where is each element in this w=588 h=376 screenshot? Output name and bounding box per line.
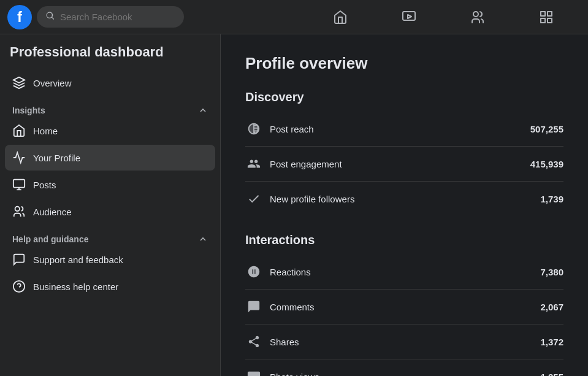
svg-marker-1 [408, 15, 411, 18]
new-followers-value: 1,739 [514, 194, 563, 204]
business-help-label: Business help center [33, 282, 118, 292]
chevron-up-icon [198, 106, 208, 115]
svg-point-11 [15, 207, 20, 211]
reactions-value: 7,380 [514, 267, 563, 277]
interactions-section: Interactions Reactions 7,380 Comments 2 [245, 233, 563, 376]
facebook-logo[interactable]: f [7, 5, 32, 29]
comments-label: Comments [270, 302, 507, 312]
svg-rect-3 [541, 12, 545, 16]
overview-icon [12, 76, 26, 90]
home-icon [12, 124, 26, 137]
post-reach-value: 507,255 [514, 124, 563, 134]
business-help-icon [12, 280, 26, 293]
svg-rect-5 [541, 18, 545, 23]
people-nav-icon[interactable] [443, 2, 512, 32]
post-reach-icon [245, 120, 262, 137]
help-label: Help and guidance [12, 234, 88, 244]
metric-row-post-reach: Post reach 507,255 [245, 112, 563, 147]
sidebar-item-your-profile[interactable]: Your Profile [5, 145, 215, 171]
metric-row-photo-views: Photo views 1,255 [245, 359, 563, 376]
metric-row-new-followers: New profile followers 1,739 [245, 182, 563, 216]
sidebar-item-posts[interactable]: Posts [5, 172, 215, 198]
sidebar-item-support[interactable]: Support and feedback [5, 247, 215, 272]
metric-row-comments: Comments 2,067 [245, 290, 563, 324]
discovery-title: Discovery [245, 90, 563, 104]
shares-label: Shares [270, 337, 507, 347]
metric-row-post-engagement: Post engagement 415,939 [245, 147, 563, 182]
home-nav-icon[interactable] [306, 2, 375, 32]
top-navigation: f [0, 0, 588, 34]
photo-views-label: Photo views [270, 372, 507, 377]
new-followers-icon [245, 190, 262, 207]
comments-value: 2,067 [514, 302, 563, 312]
interactions-title: Interactions [245, 233, 563, 247]
overview-label: Overview [33, 78, 72, 88]
new-followers-label: New profile followers [270, 194, 507, 204]
metric-row-reactions: Reactions 7,380 [245, 255, 563, 290]
discovery-section: Discovery Post reach 507,255 Post engage… [245, 90, 563, 216]
insights-label: Insights [12, 106, 45, 115]
reactions-label: Reactions [270, 267, 507, 277]
help-chevron-up-icon [198, 234, 208, 244]
audience-icon [12, 205, 26, 218]
post-engagement-label: Post engagement [270, 159, 507, 169]
insights-section-header[interactable]: Insights [5, 101, 215, 118]
main-layout: Professional dashboard Overview Insights… [0, 34, 588, 376]
sidebar-item-home[interactable]: Home [5, 118, 215, 144]
help-section-header[interactable]: Help and guidance [5, 229, 215, 247]
svg-rect-6 [548, 18, 552, 23]
sidebar-item-business-help[interactable]: Business help center [5, 274, 215, 299]
shares-value: 1,372 [514, 337, 563, 347]
main-content: Profile overview Discovery Post reach 50… [221, 34, 588, 376]
home-label: Home [33, 126, 58, 136]
post-reach-label: Post reach [270, 124, 507, 134]
sidebar-title: Professional dashboard [5, 44, 215, 70]
sidebar-item-overview[interactable]: Overview [5, 70, 215, 96]
your-profile-label: Your Profile [33, 153, 80, 163]
svg-marker-7 [13, 77, 25, 83]
audience-label: Audience [33, 207, 72, 217]
svg-point-2 [473, 12, 478, 17]
metric-row-shares: Shares 1,372 [245, 324, 563, 359]
reactions-icon [245, 263, 262, 280]
support-label: Support and feedback [33, 255, 123, 265]
sidebar: Professional dashboard Overview Insights… [0, 34, 221, 376]
page-title: Profile overview [245, 54, 563, 73]
comments-icon [245, 298, 262, 315]
svg-rect-8 [13, 180, 25, 188]
nav-icons [306, 2, 581, 32]
post-engagement-icon [245, 155, 262, 172]
shares-icon [245, 333, 262, 350]
sidebar-item-audience[interactable]: Audience [5, 199, 215, 224]
post-engagement-value: 415,939 [514, 159, 563, 169]
video-nav-icon[interactable] [375, 2, 443, 32]
posts-label: Posts [33, 180, 56, 190]
search-icon [45, 11, 55, 23]
your-profile-icon [12, 151, 26, 164]
search-bar[interactable] [37, 6, 184, 28]
photo-views-icon [245, 368, 262, 376]
support-icon [12, 253, 26, 266]
posts-icon [12, 178, 26, 191]
pages-nav-icon[interactable] [512, 2, 581, 32]
svg-rect-4 [548, 12, 552, 16]
search-input[interactable] [60, 12, 175, 22]
photo-views-value: 1,255 [514, 372, 563, 377]
